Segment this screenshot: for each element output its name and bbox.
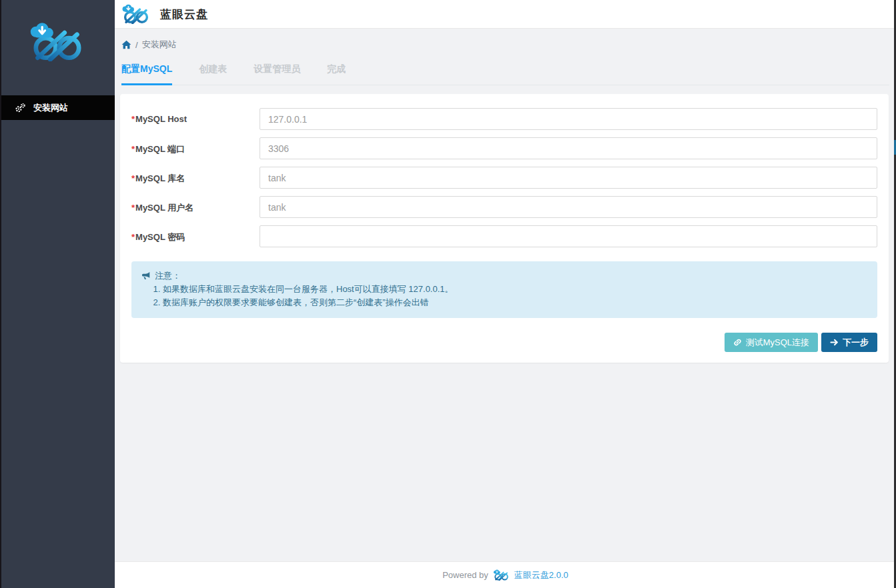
tab-create-tables[interactable]: 创建表 xyxy=(199,59,227,85)
required-mark: * xyxy=(131,144,135,154)
mysql-username-label: *MySQL 用户名 xyxy=(131,196,260,218)
form-row-mysql-password: *MySQL 密码 xyxy=(131,225,877,247)
tank-logo-icon xyxy=(492,569,510,581)
tank-logo-icon xyxy=(27,22,88,61)
mysql-host-label: *MySQL Host xyxy=(131,108,260,130)
sidebar-logo xyxy=(27,22,88,61)
mysql-password-input[interactable] xyxy=(260,225,877,247)
required-mark: * xyxy=(131,173,135,183)
form-row-mysql-database: *MySQL 库名 xyxy=(131,167,877,189)
breadcrumb: / 安装网站 xyxy=(115,29,896,59)
link-icon xyxy=(733,338,742,347)
notice-title: 注意： xyxy=(155,270,181,282)
sidebar-nav: 安装网站 xyxy=(0,95,115,120)
content-area: / 安装网站 配置MySQL 创建表 设置管理员 完成 *MySQL Host … xyxy=(115,29,896,561)
notice-item: 数据库账户的权限要求要能够创建表，否则第二步“创建表”操作会出错 xyxy=(163,297,867,309)
sidebar-item-install-site[interactable]: 安装网站 xyxy=(0,95,115,120)
notice-title-row: 注意： xyxy=(141,270,867,282)
version-link[interactable]: 蓝眼云盘2.0.0 xyxy=(514,569,568,581)
footer-logo xyxy=(492,569,510,581)
next-step-button[interactable]: 下一步 xyxy=(821,333,877,352)
required-mark: * xyxy=(131,114,135,124)
form-row-mysql-port: *MySQL 端口 xyxy=(131,137,877,159)
mysql-port-input[interactable] xyxy=(260,137,877,159)
arrow-right-icon xyxy=(830,338,839,347)
actions-row: 测试MySQL连接 下一步 xyxy=(131,333,877,352)
mysql-username-input[interactable] xyxy=(260,196,877,218)
app-title: 蓝眼云盘 xyxy=(160,7,208,22)
app-window: 安装网站 蓝眼云盘 / 安装网站 配置MySQL xyxy=(0,0,896,588)
tab-finish[interactable]: 完成 xyxy=(327,59,346,85)
notice-box: 注意： 如果数据库和蓝眼云盘安装在同一台服务器，Host可以直接填写 127.0… xyxy=(131,261,877,318)
mysql-port-label: *MySQL 端口 xyxy=(131,137,260,159)
required-mark: * xyxy=(131,203,135,213)
tab-set-admin[interactable]: 设置管理员 xyxy=(254,59,300,85)
setup-steps-tabs: 配置MySQL 创建表 设置管理员 完成 xyxy=(121,59,889,85)
cogs-icon xyxy=(15,103,25,113)
footer: Powered by 蓝眼云盘2.0.0 xyxy=(115,561,896,588)
test-button-label: 测试MySQL连接 xyxy=(746,337,809,349)
sidebar: 安装网站 xyxy=(0,0,115,588)
form-row-mysql-username: *MySQL 用户名 xyxy=(131,196,877,218)
topbar: 蓝眼云盘 xyxy=(115,0,896,29)
bullhorn-icon xyxy=(141,271,151,281)
powered-by-text: Powered by xyxy=(442,570,488,580)
breadcrumb-separator: / xyxy=(135,40,138,50)
left-edge-strip xyxy=(0,0,1,588)
app-logo[interactable] xyxy=(120,4,152,24)
notice-item: 如果数据库和蓝眼云盘安装在同一台服务器，Host可以直接填写 127.0.0.1… xyxy=(163,283,867,295)
mysql-database-label: *MySQL 库名 xyxy=(131,167,260,189)
tab-configure-mysql[interactable]: 配置MySQL xyxy=(121,59,172,85)
sidebar-item-label: 安装网站 xyxy=(33,102,68,114)
test-mysql-connection-button[interactable]: 测试MySQL连接 xyxy=(725,333,818,352)
mysql-config-card: *MySQL Host *MySQL 端口 *MySQL 库名 *MySQL 用… xyxy=(120,94,889,363)
form-row-mysql-host: *MySQL Host xyxy=(131,108,877,130)
required-mark: * xyxy=(131,232,135,242)
mysql-database-input[interactable] xyxy=(260,167,877,189)
tank-logo-icon xyxy=(120,4,152,24)
mysql-host-input[interactable] xyxy=(260,108,877,130)
next-button-label: 下一步 xyxy=(843,337,869,349)
breadcrumb-current: 安装网站 xyxy=(142,39,177,51)
main-area: 蓝眼云盘 / 安装网站 配置MySQL 创建表 设置管理员 完成 xyxy=(115,0,896,588)
notice-list: 如果数据库和蓝眼云盘安装在同一台服务器，Host可以直接填写 127.0.0.1… xyxy=(141,283,867,309)
mysql-password-label: *MySQL 密码 xyxy=(131,225,260,247)
home-icon[interactable] xyxy=(121,40,131,49)
